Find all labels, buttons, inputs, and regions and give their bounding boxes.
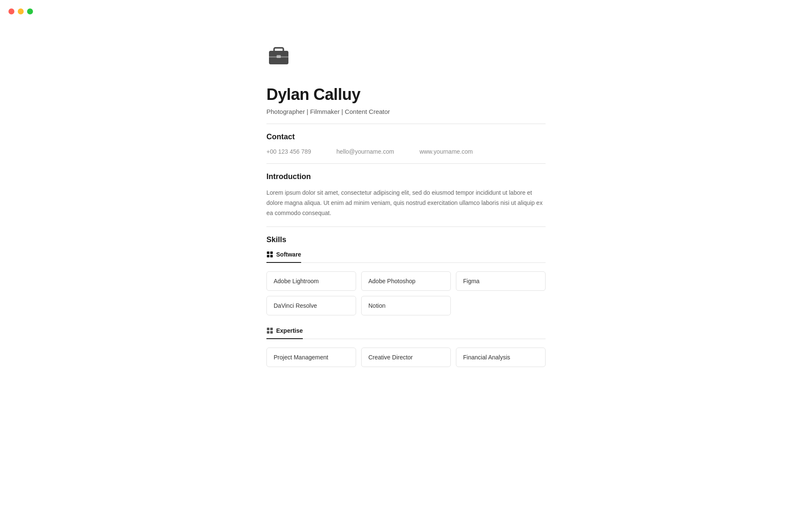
contact-heading: Contact bbox=[266, 133, 546, 141]
profile-name: Dylan Calluy bbox=[266, 86, 546, 104]
tab-expertise[interactable]: Expertise bbox=[266, 327, 303, 339]
skill-card-notion: Notion bbox=[361, 296, 451, 315]
page-content: Dylan Calluy Photographer | Filmmaker | … bbox=[258, 0, 554, 392]
skill-card-creative-director: Creative Director bbox=[361, 348, 451, 367]
svg-rect-8 bbox=[267, 328, 269, 330]
skill-card-project-management: Project Management bbox=[266, 348, 356, 367]
skill-card-adobe-photoshop: Adobe Photoshop bbox=[361, 271, 451, 291]
skill-card-davinci: DaVinci Resolve bbox=[266, 296, 356, 315]
skill-tabs: Software bbox=[266, 251, 546, 263]
skill-card-adobe-lightroom: Adobe Lightroom bbox=[266, 271, 356, 291]
profile-subtitle: Photographer | Filmmaker | Content Creat… bbox=[266, 108, 546, 115]
svg-rect-7 bbox=[270, 255, 273, 257]
svg-rect-9 bbox=[270, 328, 273, 330]
svg-rect-10 bbox=[267, 331, 269, 334]
svg-rect-1 bbox=[274, 48, 283, 52]
contact-website: www.yourname.com bbox=[420, 148, 473, 155]
svg-rect-3 bbox=[277, 55, 281, 58]
introduction-text: Lorem ipsum dolor sit amet, consectetur … bbox=[266, 188, 546, 218]
introduction-heading: Introduction bbox=[266, 172, 546, 181]
introduction-section: Introduction Lorem ipsum dolor sit amet,… bbox=[266, 172, 546, 218]
tab-expertise-label: Expertise bbox=[276, 327, 303, 334]
skill-card-financial-analysis: Financial Analysis bbox=[456, 348, 546, 367]
tab-software-label: Software bbox=[276, 251, 301, 258]
maximize-button[interactable] bbox=[27, 8, 33, 14]
expertise-tab-icon bbox=[266, 327, 273, 334]
divider-after-subtitle bbox=[266, 124, 546, 124]
briefcase-icon-wrapper bbox=[266, 42, 546, 69]
contact-email: hello@yourname.com bbox=[337, 148, 394, 155]
close-button[interactable] bbox=[8, 8, 14, 14]
contact-section: Contact +00 123 456 789 hello@yourname.c… bbox=[266, 133, 546, 155]
software-skill-grid: Adobe Lightroom Adobe Photoshop Figma Da… bbox=[266, 271, 546, 315]
skills-section: Skills Software Adobe Lightroom Adobe Ph… bbox=[266, 235, 546, 367]
expertise-skill-grid: Project Management Creative Director Fin… bbox=[266, 348, 546, 367]
traffic-lights bbox=[8, 8, 33, 14]
contact-grid: +00 123 456 789 hello@yourname.com www.y… bbox=[266, 148, 546, 155]
divider-after-contact bbox=[266, 163, 546, 164]
software-tab-icon bbox=[266, 251, 273, 258]
contact-phone: +00 123 456 789 bbox=[266, 148, 311, 155]
skill-card-figma: Figma bbox=[456, 271, 546, 291]
briefcase-icon bbox=[266, 42, 291, 67]
tab-software[interactable]: Software bbox=[266, 251, 301, 263]
skills-heading: Skills bbox=[266, 235, 546, 244]
svg-rect-11 bbox=[270, 331, 273, 334]
minimize-button[interactable] bbox=[18, 8, 24, 14]
svg-rect-6 bbox=[267, 255, 269, 257]
svg-rect-5 bbox=[270, 251, 273, 254]
divider-after-intro bbox=[266, 226, 546, 227]
expertise-tabs: Expertise bbox=[266, 327, 546, 339]
svg-rect-4 bbox=[267, 251, 269, 254]
